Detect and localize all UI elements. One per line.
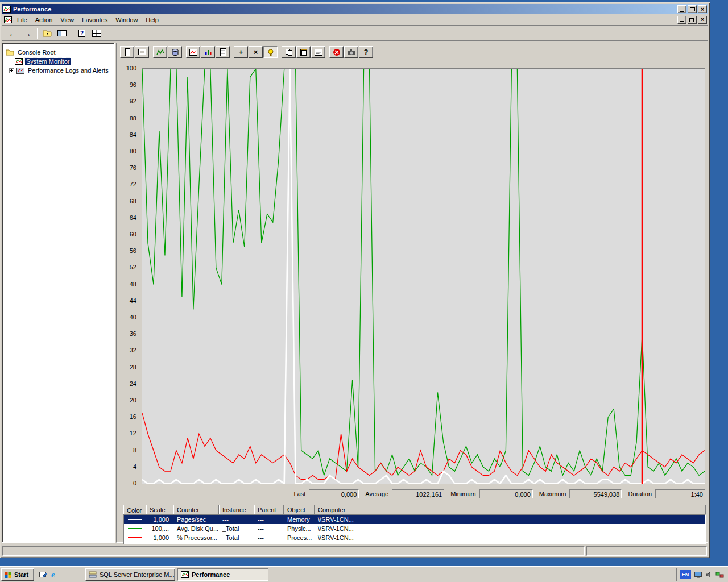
legend-computer: \\SRV-1CN... [315,525,705,532]
network-icon[interactable] [715,571,724,579]
tree-item-performance-logs[interactable]: Performance Logs and Alerts [2,66,114,75]
y-axis-tick-label: 100 [118,65,136,72]
view-graph-button[interactable] [186,46,200,58]
start-button[interactable]: Start [1,568,34,581]
close-icon: × [701,6,704,13]
tree-item-system-monitor[interactable]: System Monitor [2,57,114,66]
show-desktop-icon[interactable] [39,571,48,579]
up-one-level-button[interactable] [40,27,55,40]
mdi-minimize-button[interactable] [677,16,686,24]
help-button[interactable]: ? [75,27,89,40]
y-axis-tick-label: 68 [118,198,136,205]
folder-icon [6,49,14,56]
freeze-display-button[interactable] [329,46,344,58]
mdi-child-chart-icon [4,16,12,23]
column-header-scale[interactable]: Scale [146,505,173,514]
new-window-button[interactable] [89,27,104,40]
menu-favorites[interactable]: Favorites [78,15,111,25]
legend-row-disk-queue[interactable]: 100,... Avg. Disk Qu... _Total --- Physi… [124,524,705,533]
menu-window[interactable]: Window [111,15,142,25]
window-title: Performance [13,6,676,13]
legend-row-processor-time[interactable]: 1,000 % Processor... _Total --- Proces..… [124,533,705,542]
back-arrow-icon: ← [9,29,16,38]
y-axis-tick-label: 44 [118,297,136,305]
view-current-activity-button[interactable] [153,46,167,58]
console-tree-panel: Console Root System Monitor Performance … [2,43,115,543]
view-report-button[interactable] [216,46,230,58]
view-log-data-button[interactable] [168,46,182,58]
desktop: { "colors": { "desktop": "#2E64A8", "chr… [0,0,728,582]
internet-explorer-icon[interactable]: e [51,570,55,580]
y-axis-tick-label: 96 [118,81,136,89]
properties-icon [314,48,323,56]
view-histogram-button[interactable] [201,46,215,58]
language-indicator[interactable]: EN [680,570,691,579]
performance-task-icon [181,571,189,578]
column-header-counter[interactable]: Counter [173,505,219,514]
mdi-close-button[interactable]: × [698,16,707,24]
highlight-bulb-icon [266,48,275,56]
sysmon-help-button[interactable]: ? [359,46,373,58]
taskbar-task-sql-server[interactable]: SQL Server Enterprise M... [85,568,175,581]
menu-file[interactable]: File [13,15,31,25]
duration-value-field: 1:40 [655,489,705,498]
forward-button[interactable]: → [20,27,35,40]
menu-view[interactable]: View [56,15,78,25]
maximize-icon [690,7,695,11]
minimize-button[interactable] [677,5,686,13]
expand-plus-icon[interactable] [9,68,14,73]
show-hide-console-tree-button[interactable] [55,27,69,40]
histogram-view-icon [204,48,213,56]
column-header-instance[interactable]: Instance [219,505,254,514]
properties-button[interactable] [311,46,325,58]
maximize-button[interactable] [688,5,697,13]
legend-row-pages-sec[interactable]: 1,000 Pages/sec --- --- Memory \\SRV-1CN… [124,515,705,524]
taskbar-task-performance[interactable]: Performance [177,568,268,581]
close-button[interactable]: × [698,5,707,13]
clear-display-button[interactable] [135,46,149,58]
volume-icon[interactable] [705,571,713,579]
column-header-parent[interactable]: Parent [254,505,284,514]
column-header-object[interactable]: Object [284,505,315,514]
tree-item-label: Console Root [16,49,57,56]
mmc-toolbar: ← → ? [2,26,708,41]
legend-object: Memory [284,516,315,523]
y-axis-tick-label: 32 [118,347,136,354]
update-data-button[interactable] [344,46,358,58]
y-axis-tick-label: 80 [118,148,136,155]
legend-parent: --- [255,534,284,541]
copy-properties-button[interactable] [282,46,296,58]
stat-label: Last [294,490,306,497]
menu-action[interactable]: Action [31,15,57,25]
y-axis-tick-label: 84 [118,131,136,139]
y-axis-tick-label: 64 [118,214,136,222]
title-bar[interactable]: Performance × [2,4,708,14]
tree-item-console-root[interactable]: Console Root [2,48,114,57]
performance-window: Performance × File Action View Favorites… [0,2,710,558]
y-axis-tick-label: 52 [118,264,136,271]
delete-counter-button[interactable]: × [249,46,263,58]
display-settings-icon[interactable] [694,571,702,579]
question-mark-icon: ? [364,48,369,56]
new-counter-set-button[interactable] [120,46,134,58]
paste-counter-list-button[interactable] [296,46,311,58]
tree-item-label: Performance Logs and Alerts [27,67,110,74]
taskbar: Start e SQL Server Enterprise M... Perfo… [0,566,728,582]
mdi-restore-button[interactable] [688,16,697,24]
add-counter-button[interactable]: + [234,46,248,58]
back-button[interactable]: ← [5,27,20,40]
menu-help[interactable]: Help [142,15,163,25]
close-icon: × [701,16,704,23]
y-axis-tick-label: 12 [118,430,136,437]
y-axis-tick-label: 8 [118,447,136,454]
current-activity-icon [156,48,165,56]
legend-instance: _Total [220,534,255,541]
highlight-button[interactable] [263,46,278,58]
column-header-color[interactable]: Color [123,505,146,514]
stat-average: Average 1022,161 [365,489,444,498]
chart-svg [142,69,705,484]
legend-computer: \\SRV-1CN... [315,534,705,541]
y-axis-tick-label: 72 [118,181,136,188]
column-header-computer[interactable]: Computer [315,505,706,514]
chart-series-line [142,413,705,480]
